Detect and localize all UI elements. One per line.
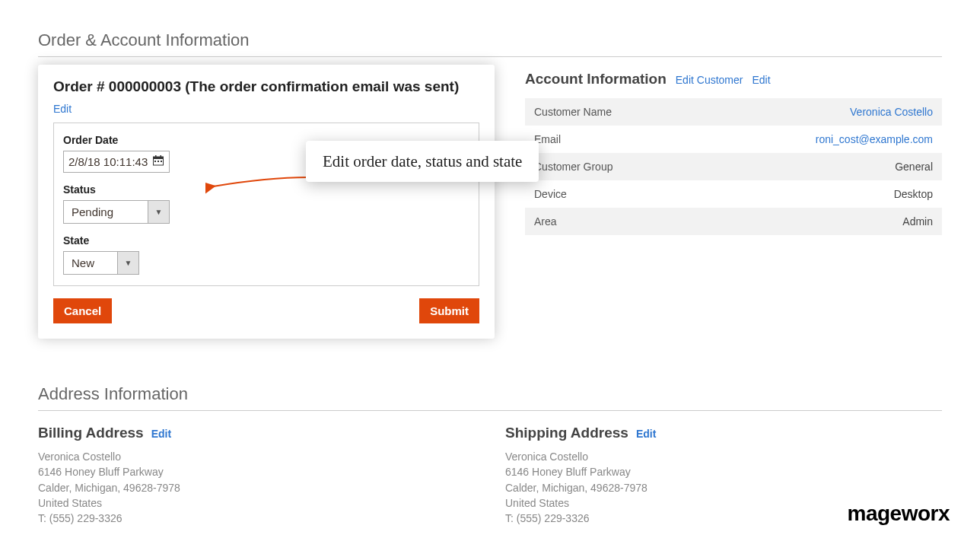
svg-rect-5 bbox=[158, 161, 159, 162]
brand-logo: mageworx bbox=[848, 501, 950, 526]
billing-address-title: Billing Address bbox=[38, 425, 144, 441]
status-select[interactable]: Pending ▼ bbox=[63, 200, 170, 224]
chevron-down-icon: ▼ bbox=[148, 201, 169, 223]
order-date-value: 2/8/18 10:11:43 bbox=[68, 155, 148, 168]
edit-order-link[interactable]: Edit bbox=[53, 103, 72, 115]
billing-address-body: Veronica Costello 6146 Honey Bluff Parkw… bbox=[38, 449, 475, 526]
svg-rect-2 bbox=[155, 155, 157, 158]
submit-button[interactable]: Submit bbox=[419, 298, 479, 323]
email-link[interactable]: roni_cost@example.com bbox=[698, 126, 942, 153]
table-row: DeviceDesktop bbox=[525, 180, 942, 208]
email-label: Email bbox=[525, 126, 698, 153]
order-panel: Order # 000000003 (The order confirmatio… bbox=[38, 65, 495, 339]
cancel-button[interactable]: Cancel bbox=[53, 298, 112, 323]
area-value: Admin bbox=[698, 208, 942, 235]
table-row: Customer GroupGeneral bbox=[525, 153, 942, 180]
account-info-title: Account Information bbox=[525, 71, 667, 88]
svg-rect-4 bbox=[154, 161, 156, 162]
status-value: Pending bbox=[64, 201, 148, 223]
table-row: AreaAdmin bbox=[525, 208, 942, 235]
edit-account-link[interactable]: Edit bbox=[752, 74, 770, 86]
customer-name-label: Customer Name bbox=[525, 98, 698, 126]
state-value: New bbox=[64, 252, 117, 274]
edit-shipping-link[interactable]: Edit bbox=[636, 428, 656, 440]
order-date-input[interactable]: 2/8/18 10:11:43 bbox=[63, 151, 170, 173]
svg-rect-1 bbox=[154, 157, 164, 159]
edit-customer-link[interactable]: Edit Customer bbox=[676, 74, 743, 86]
state-select[interactable]: New ▼ bbox=[63, 251, 139, 275]
svg-rect-6 bbox=[161, 161, 162, 162]
edit-billing-link[interactable]: Edit bbox=[151, 428, 171, 440]
customer-name-link[interactable]: Veronica Costello bbox=[698, 98, 942, 126]
table-row: Emailroni_cost@example.com bbox=[525, 126, 942, 153]
table-row: Customer NameVeronica Costello bbox=[525, 98, 942, 126]
shipping-address-title: Shipping Address bbox=[505, 425, 628, 441]
device-value: Desktop bbox=[698, 180, 942, 208]
device-label: Device bbox=[525, 180, 698, 208]
section-title-order-account: Order & Account Information bbox=[38, 30, 942, 57]
section-title-address: Address Information bbox=[38, 384, 942, 411]
chevron-down-icon: ▼ bbox=[117, 252, 138, 274]
callout-tooltip: Edit order date, status and state bbox=[306, 141, 539, 182]
area-label: Area bbox=[525, 208, 698, 235]
account-info-table: Customer NameVeronica Costello Emailroni… bbox=[525, 98, 942, 235]
state-label: State bbox=[63, 234, 469, 247]
calendar-icon[interactable] bbox=[152, 154, 164, 169]
svg-rect-3 bbox=[161, 155, 162, 158]
customer-group-label: Customer Group bbox=[525, 153, 698, 180]
order-title: Order # 000000003 (The order confirmatio… bbox=[53, 78, 459, 95]
customer-group-value: General bbox=[698, 153, 942, 180]
callout-arrow-icon bbox=[205, 171, 312, 202]
